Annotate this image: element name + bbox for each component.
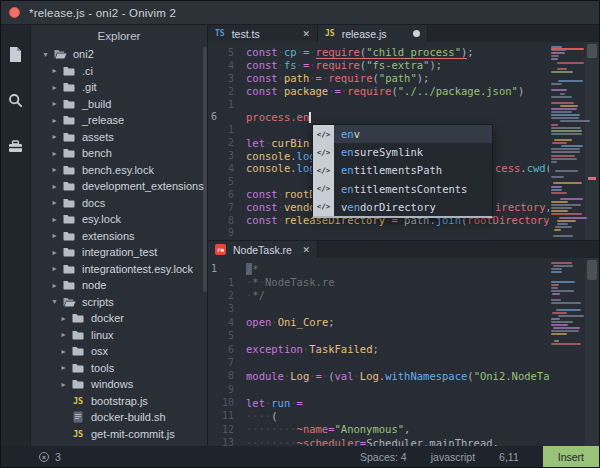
tree-item-label: .ci — [82, 65, 93, 77]
code-editor-release-js[interactable]: 5const·cp·=·require("child_process");4co… — [208, 42, 599, 240]
minimap-line — [551, 201, 568, 203]
error-count: 3 — [55, 451, 61, 463]
scrollbar[interactable] — [585, 258, 599, 446]
tree-item-development-extensions[interactable]: ▸development_extensions — [31, 178, 207, 195]
chevron-right-icon[interactable]: ▸ — [50, 149, 59, 158]
chevron-right-icon[interactable]: ▸ — [50, 198, 59, 207]
autocomplete-item[interactable]: </>env — [313, 125, 492, 143]
chevron-right-icon[interactable]: ▸ — [50, 83, 59, 92]
tree-item-windows[interactable]: ▸windows — [31, 376, 207, 393]
close-icon[interactable]: ✕ — [302, 245, 310, 255]
chevron-right-icon[interactable]: ▸ — [50, 182, 59, 191]
folder-icon — [71, 313, 85, 323]
scrollbar-thumb[interactable] — [587, 44, 597, 58]
chevron-right-icon[interactable]: ▸ — [59, 363, 68, 372]
chevron-right-icon[interactable]: ▸ — [50, 281, 59, 290]
minimap-line — [551, 117, 579, 119]
cursor-position[interactable]: 6,11 — [499, 451, 519, 463]
tree-item-bench[interactable]: ▸bench — [31, 145, 207, 162]
diagnostics-indicator[interactable]: 3 — [39, 451, 61, 463]
chevron-right-icon[interactable]: ▸ — [50, 99, 59, 108]
chevron-right-icon[interactable]: ▸ — [50, 132, 59, 141]
chevron-right-icon[interactable]: ▸ — [50, 264, 59, 273]
extensions-icon[interactable] — [1, 127, 31, 165]
autocomplete-item[interactable]: </>entitlementsPath — [313, 161, 492, 179]
chevron-right-icon[interactable]: ▸ — [59, 330, 68, 339]
tree-item-label: esy.lock — [82, 213, 121, 225]
code-editor-nodetask-re[interactable]: 1/*1·*·NodeTask.re2·*/34open·Oni_Core;56… — [208, 258, 599, 446]
tree-item-integrationtest-esy-lock[interactable]: ▸integrationtest.esy.lock — [31, 261, 207, 278]
tree-item-osx[interactable]: ▸osx — [31, 343, 207, 360]
autocomplete-item[interactable]: </>ensureSymlink — [313, 143, 492, 161]
tree-item-integration-test[interactable]: ▸integration_test — [31, 244, 207, 261]
scrollbar-thumb[interactable] — [587, 260, 597, 280]
autocomplete-item[interactable]: </>vendorDirectory — [313, 198, 492, 216]
chevron-right-icon[interactable]: ▸ — [50, 248, 59, 257]
chevron-right-icon[interactable]: ▸ — [59, 314, 68, 323]
tree-item-oni2[interactable]: ▾oni2 — [31, 46, 207, 63]
minimap-line — [557, 220, 576, 222]
autocomplete-item[interactable]: </>entitlementsContents — [313, 180, 492, 198]
chevron-right-icon[interactable]: ▸ — [59, 347, 68, 356]
chevron-right-icon[interactable]: ▸ — [59, 380, 68, 389]
tree-item-extensions[interactable]: ▸extensions — [31, 228, 207, 245]
tree-item-docs[interactable]: ▸docs — [31, 195, 207, 212]
chevron-down-icon[interactable]: ▾ — [50, 297, 59, 306]
minimap-line — [551, 268, 562, 270]
minimap[interactable] — [549, 44, 585, 238]
minimap-line — [551, 124, 558, 126]
re-file-icon: re — [215, 244, 226, 255]
minimap-line — [558, 80, 583, 82]
chevron-right-icon[interactable]: ▸ — [50, 66, 59, 75]
files-icon[interactable] — [1, 35, 31, 73]
code-token: ); — [417, 72, 430, 84]
minimap-line — [551, 207, 572, 209]
tree-item-node[interactable]: ▸node — [31, 277, 207, 294]
minimap-line — [560, 198, 583, 200]
tree-item--ci[interactable]: ▸.ci — [31, 63, 207, 80]
minimap[interactable] — [549, 260, 585, 444]
tree-item-tools[interactable]: ▸tools — [31, 360, 207, 377]
snippet-icon: </> — [313, 161, 334, 179]
tab-release-js[interactable]: JSrelease.js — [318, 25, 428, 42]
tree-item-bootstrap-js[interactable]: JSbootstrap.js — [31, 393, 207, 410]
tab-test-ts[interactable]: TStest.ts✕ — [208, 25, 318, 42]
code-token: withNamespace — [385, 370, 467, 382]
tree-item--release[interactable]: ▸_release — [31, 112, 207, 129]
tab-nodetask-re[interactable]: reNodeTask.re✕ — [208, 241, 318, 258]
tree-item-assets[interactable]: ▸assets — [31, 129, 207, 146]
folder-icon — [62, 132, 76, 142]
tree-item--build[interactable]: ▸_build — [31, 96, 207, 113]
tree-item-esy-lock[interactable]: ▸esy.lock — [31, 211, 207, 228]
tree-item-bench-esy-lock[interactable]: ▸bench.esy.lock — [31, 162, 207, 179]
chevron-right-icon[interactable]: ▸ — [50, 165, 59, 174]
sidebar-scrollbar[interactable] — [203, 47, 207, 292]
scrollbar[interactable] — [585, 42, 599, 240]
chevron-right-icon[interactable]: ▸ — [50, 116, 59, 125]
chevron-right-icon[interactable]: ▸ — [50, 231, 59, 240]
code-line: 9 — [208, 226, 599, 239]
modified-dot — [413, 30, 420, 37]
search-icon[interactable] — [1, 81, 31, 119]
tree-item-docker-build-sh[interactable]: docker-build.sh — [31, 409, 207, 426]
tree-item--git[interactable]: ▸.git — [31, 79, 207, 96]
minimap-line — [557, 223, 568, 225]
minimap-line — [551, 96, 572, 98]
minimap-line — [551, 189, 562, 191]
tree-item-docker[interactable]: ▸docker — [31, 310, 207, 327]
indentation-setting[interactable]: Spaces: 4 — [360, 451, 407, 463]
tree-item-get-mit-commit-js[interactable]: JSget-mit-commit.js — [31, 426, 207, 443]
line-number: 10 — [208, 397, 246, 408]
language-mode[interactable]: javascript — [431, 451, 475, 463]
code-token: Scheduler.mainThread — [366, 437, 492, 446]
close-button[interactable] — [9, 7, 20, 18]
chevron-down-icon[interactable]: ▾ — [41, 50, 50, 59]
chevron-right-icon[interactable]: ▸ — [50, 215, 59, 224]
tree-item-scripts[interactable]: ▾scripts — [31, 294, 207, 311]
file-tree: ▾oni2▸.ci▸.git▸_build▸_release▸assets▸be… — [31, 46, 207, 446]
code-token: "child_process" — [366, 46, 461, 59]
close-icon[interactable]: ✕ — [302, 29, 310, 39]
tree-item-linux[interactable]: ▸linux — [31, 327, 207, 344]
minimap-line — [554, 340, 559, 342]
line-number: 4 — [208, 60, 246, 71]
